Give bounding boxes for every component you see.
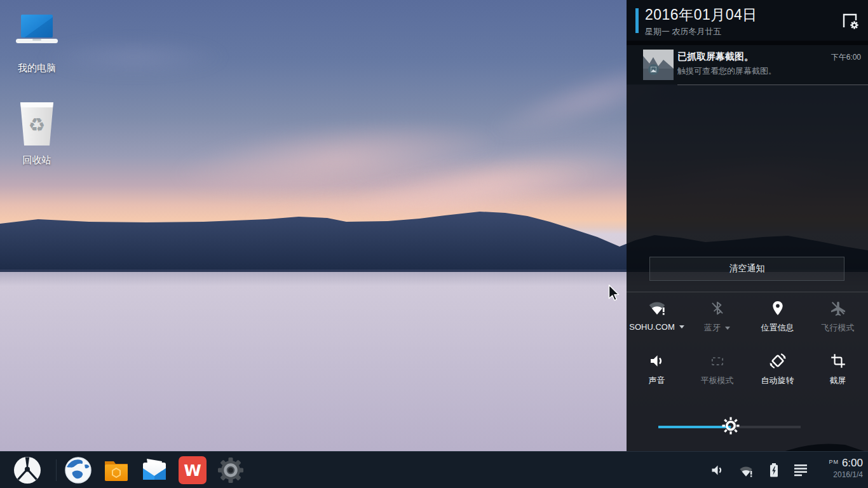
- tile-label: 蓝牙: [704, 322, 721, 334]
- wifi-alert-icon: [648, 297, 667, 319]
- tile-label: 截屏: [830, 375, 846, 386]
- notification-screenshot[interactable]: 已抓取屏幕截图。 触摸可查看您的屏幕截图。 下午6:00: [627, 45, 868, 85]
- tile-airplane-mode[interactable]: 飞行模式: [808, 297, 868, 334]
- tile-label: 飞行模式: [822, 322, 855, 334]
- clear-notifications-label: 清空通知: [729, 263, 765, 274]
- tile-wifi[interactable]: SOHU.COM: [627, 297, 687, 334]
- tile-location[interactable]: 位置信息: [747, 297, 808, 334]
- desktop-icon-label: 回收站: [4, 154, 70, 166]
- notification-title: 已抓取屏幕截图。: [677, 51, 754, 63]
- my-computer-icon: [13, 13, 60, 56]
- clock-time: 6:00: [842, 457, 863, 469]
- chevron-down-icon: [725, 327, 730, 330]
- bluetooth-off-icon: [709, 297, 726, 319]
- notification-body: 触摸可查看您的屏幕截图。: [677, 65, 776, 77]
- taskbar-app-wps-office[interactable]: W: [178, 456, 207, 485]
- notification-panel: 2016年01月04日 星期一 农历冬月廿五: [627, 0, 868, 451]
- clock-meridiem: PM: [829, 459, 839, 465]
- brightness-slider[interactable]: [658, 419, 801, 435]
- taskbar-app-settings[interactable]: [216, 456, 245, 485]
- mail-envelope-icon: [140, 456, 168, 484]
- location-icon: [770, 297, 786, 319]
- desktop-icon-label: 我的电脑: [4, 62, 70, 74]
- divider: [677, 85, 868, 85]
- settings-gear-icon: [217, 456, 245, 484]
- tile-bluetooth[interactable]: 蓝牙: [687, 297, 747, 334]
- taskbar-app-browser[interactable]: [64, 456, 93, 485]
- tile-sound[interactable]: 声音: [627, 350, 687, 386]
- tray-battery-charging-icon[interactable]: [768, 463, 780, 478]
- tray-notification-lines-icon[interactable]: [793, 464, 808, 477]
- desktop-icon-recycle-bin[interactable]: ♻ 回收站: [4, 98, 70, 166]
- tile-label: 平板模式: [701, 375, 734, 386]
- taskbar-app-file-manager[interactable]: [102, 456, 131, 485]
- tray-volume-icon[interactable]: [709, 463, 726, 478]
- wps-office-icon: W: [179, 456, 207, 484]
- notification-time: 下午6:00: [831, 52, 861, 63]
- panel-date-header: 2016年01月04日 星期一 农历冬月廿五: [627, 0, 868, 41]
- date-accent-bar: [635, 8, 639, 33]
- screen: 我的电脑 ♻ 回收站 2016年01月04日 星期一 农历冬月廿五: [0, 0, 868, 488]
- panel-date-lunar: 星期一 农历冬月廿五: [645, 26, 722, 37]
- divider: [56, 459, 57, 481]
- brightness-thumb-sun-icon[interactable]: [721, 416, 740, 438]
- brightness-fill: [658, 426, 731, 428]
- taskbar: W: [0, 451, 868, 488]
- phoenix-logo-icon: [13, 456, 42, 485]
- taskbar-clock[interactable]: PM 6:00 2016/1/4: [829, 457, 863, 479]
- desktop-icon-my-computer[interactable]: 我的电脑: [4, 13, 70, 74]
- volume-icon: [648, 350, 666, 372]
- file-manager-folder-icon: [102, 456, 130, 484]
- airplane-off-icon: [829, 297, 847, 319]
- screenshot-icon: [830, 350, 846, 372]
- clear-notifications-button[interactable]: 清空通知: [649, 257, 844, 281]
- divider: [627, 41, 868, 45]
- recycle-bin-icon: ♻: [17, 98, 57, 148]
- tile-label: SOHU.COM: [629, 322, 675, 332]
- image-badge-icon: [648, 64, 659, 75]
- clock-date: 2016/1/4: [829, 470, 863, 479]
- tile-label: 位置信息: [761, 322, 794, 334]
- panel-date: 2016年01月04日: [645, 5, 757, 25]
- notification-settings-icon[interactable]: [840, 11, 859, 30]
- browser-globe-icon: [64, 456, 92, 484]
- tile-tablet-mode[interactable]: 平板模式: [687, 350, 747, 386]
- svg-text:♻: ♻: [29, 114, 46, 136]
- svg-text:W: W: [184, 461, 201, 480]
- quick-settings-grid: SOHU.COM 蓝牙 位置信息: [627, 297, 868, 386]
- taskbar-app-mail[interactable]: [140, 456, 169, 485]
- chevron-down-icon: [679, 325, 684, 329]
- auto-rotate-icon: [768, 350, 787, 372]
- tile-label: 声音: [649, 375, 665, 386]
- start-menu-button[interactable]: [13, 456, 42, 485]
- tile-label: 自动旋转: [761, 375, 794, 386]
- tray-wifi-alert-icon[interactable]: [738, 464, 754, 478]
- screenshot-thumbnail: [643, 50, 674, 80]
- divider: [627, 292, 868, 292]
- tablet-mode-icon: [709, 350, 726, 372]
- tile-screenshot[interactable]: 截屏: [808, 350, 868, 386]
- tile-auto-rotate[interactable]: 自动旋转: [747, 350, 808, 386]
